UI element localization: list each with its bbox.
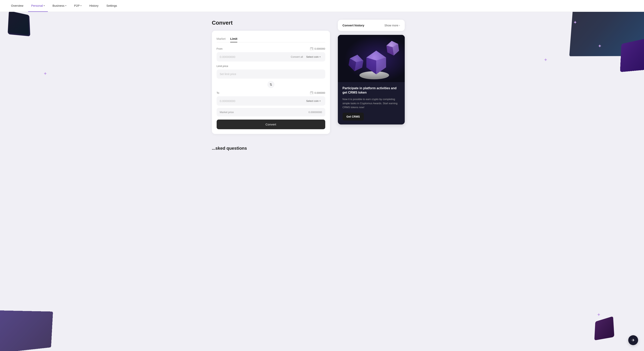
sparkle-3: ✦ — [43, 71, 47, 76]
to-section: To 0.000000 — [217, 91, 325, 106]
to-wallet-icon — [310, 91, 313, 94]
convert-button[interactable]: Convert — [217, 120, 325, 129]
from-balance-info: 0.000000 — [310, 47, 325, 50]
sparkle-2: ✦ — [544, 57, 548, 63]
left-panel: Convert Market Limit From — [212, 20, 330, 134]
tab-market[interactable]: Market — [217, 36, 226, 42]
right-panel: Convert history Show more › — [338, 20, 405, 125]
from-label: From — [217, 47, 222, 50]
market-price-row: Market price 0.00000000 — [217, 108, 325, 116]
to-balance-info: 0.000000 — [310, 91, 325, 94]
to-label: To — [217, 91, 220, 94]
tab-limit[interactable]: Limit — [230, 36, 237, 42]
telegram-float-button[interactable]: ✈ — [628, 335, 638, 345]
svg-rect-3 — [310, 92, 313, 94]
swap-section: ⇅ — [217, 79, 325, 90]
promo-card: Participate in platform activities and g… — [338, 35, 405, 125]
business-dropdown-arrow: ▾ — [65, 5, 66, 7]
sparkle-4: ✦ — [597, 312, 601, 317]
convert-card: Market Limit From — [212, 31, 330, 134]
from-select-coin-chevron: ▾ — [320, 56, 320, 58]
tabs: Market Limit — [217, 36, 325, 42]
from-balance-value: 0.000000 — [314, 47, 325, 50]
svg-rect-1 — [310, 48, 313, 49]
show-more-button[interactable]: Show more › — [384, 24, 400, 27]
faq-section: ...sked questions — [204, 142, 440, 155]
nav-item-p2p[interactable]: P2P ▾ — [71, 0, 84, 12]
svg-point-5 — [312, 93, 313, 94]
nav-item-overview[interactable]: Overview — [8, 0, 26, 12]
from-input-row: Convert all Select coin ▾ — [217, 52, 325, 62]
show-more-chevron: › — [399, 24, 400, 27]
limit-price-label: Limit price — [217, 65, 325, 68]
p2p-dropdown-arrow: ▾ — [80, 5, 82, 7]
faq-title: ...sked questions — [212, 146, 432, 151]
cube-bottom-left — [0, 310, 53, 351]
nav-item-business[interactable]: Business ▾ — [50, 0, 70, 12]
from-select-coin-button[interactable]: Select coin ▾ — [304, 55, 322, 59]
nav-item-settings[interactable]: Settings — [103, 0, 120, 12]
sparkle-5: ✦ — [598, 43, 602, 49]
to-select-coin-chevron: ▾ — [320, 100, 320, 102]
promo-image — [338, 35, 405, 82]
promo-gems-svg — [338, 35, 405, 82]
from-amount-input[interactable] — [220, 55, 289, 59]
to-input-row: Select coin ▾ — [217, 96, 325, 106]
to-amount-input[interactable] — [220, 99, 303, 103]
limit-price-section: Limit price — [217, 65, 325, 79]
sparkle-1: ✦ — [573, 20, 577, 25]
svg-rect-0 — [310, 48, 313, 50]
navigation: Overview Personal ▾ Business ▾ P2P ▾ His… — [0, 0, 644, 12]
cube-top-left — [8, 11, 30, 36]
market-price-value: 0.00000000 — [308, 111, 322, 114]
cube-right-large — [620, 38, 644, 72]
market-price-label: Market price — [220, 111, 234, 114]
promo-title: Participate in platform activities and g… — [342, 86, 400, 95]
from-wallet-icon — [310, 47, 313, 50]
convert-history-card: Convert history Show more › — [338, 20, 405, 31]
promo-content: Participate in platform activities and g… — [338, 82, 405, 125]
swap-icon: ⇅ — [270, 83, 272, 87]
promo-description: Now it is possible to earn crypto by com… — [342, 97, 400, 110]
to-label-row: To 0.000000 — [217, 91, 325, 94]
swap-button[interactable]: ⇅ — [268, 81, 274, 88]
telegram-icon: ✈ — [632, 338, 635, 342]
convert-all-button[interactable]: Convert all — [291, 55, 303, 58]
svg-rect-4 — [310, 92, 313, 93]
from-label-row: From 0.000000 — [217, 47, 325, 50]
main-container: Convert Market Limit From — [204, 12, 440, 142]
get-crms-button[interactable]: Get CRMS — [342, 113, 364, 121]
to-balance-value: 0.000000 — [314, 91, 325, 94]
page-title: Convert — [212, 20, 330, 26]
limit-price-input[interactable] — [220, 73, 322, 76]
cube-bottom-right — [594, 316, 614, 340]
limit-input-row — [217, 70, 325, 79]
nav-item-personal[interactable]: Personal ▾ — [28, 0, 48, 12]
svg-point-2 — [312, 49, 313, 50]
convert-history-title: Convert history — [342, 24, 364, 27]
nav-item-history[interactable]: History — [86, 0, 102, 12]
personal-dropdown-arrow: ▾ — [44, 5, 45, 7]
to-select-coin-button[interactable]: Select coin ▾ — [304, 99, 322, 103]
